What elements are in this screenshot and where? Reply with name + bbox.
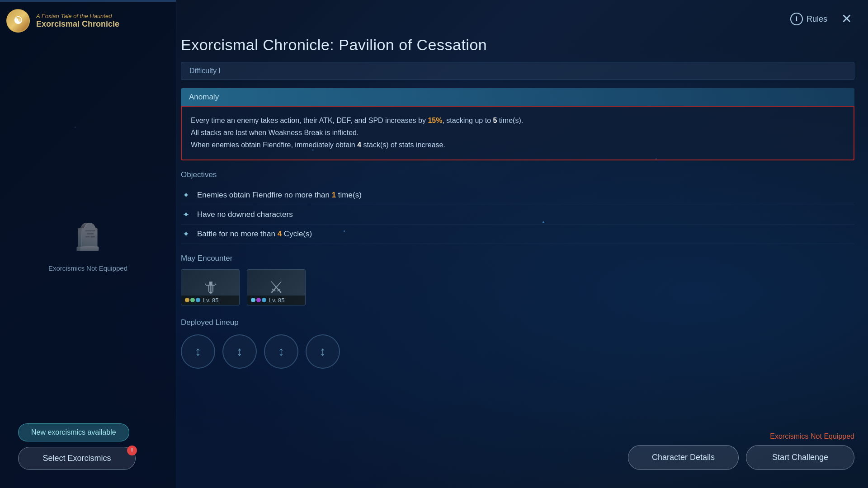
sidebar-top-border bbox=[0, 0, 176, 2]
lineup-slots: ↕ ↕ ↕ ↕ bbox=[181, 334, 854, 369]
enemy-card-1[interactable]: 🗡 Lv. 85 bbox=[181, 269, 240, 305]
difficulty-bar: Difficulty I bbox=[181, 62, 854, 80]
game-title-group: A Foxian Tale of the Haunted Exorcismal … bbox=[36, 13, 119, 29]
encounter-cards: 🗡 Lv. 85 ⚔ Lv. bbox=[181, 269, 854, 305]
anomaly-line1: Every time an enemy takes action, their … bbox=[191, 114, 844, 127]
enemy-silhouette-1: 🗡 bbox=[202, 278, 218, 297]
close-button[interactable]: ✕ bbox=[838, 11, 854, 27]
anomaly-line3-prefix: When enemies obtain Fiendfire, immediate… bbox=[191, 141, 357, 149]
top-right-controls: i Rules ✕ bbox=[790, 11, 854, 27]
enemy-card-1-footer: Lv. 85 bbox=[181, 296, 239, 305]
start-challenge-button[interactable]: Start Challenge bbox=[746, 445, 854, 470]
obj1-suffix: time(s) bbox=[336, 191, 362, 199]
anomaly-body: Every time an enemy takes action, their … bbox=[181, 106, 854, 160]
lineup-slot-icon-4: ↕ bbox=[320, 344, 326, 359]
placeholder-person-icon: 🪦 bbox=[72, 222, 104, 252]
lineup-slot-4[interactable]: ↕ bbox=[306, 334, 340, 369]
lineup-slot-3[interactable]: ↕ bbox=[264, 334, 298, 369]
objective-icon-2: ✦ bbox=[181, 210, 191, 220]
elem-dot-fire bbox=[185, 298, 189, 302]
anomaly-line3-suffix: stack(s) of stats increase. bbox=[361, 141, 445, 149]
encounter-title: May Encounter bbox=[181, 254, 854, 263]
anomaly-header: Anomaly bbox=[181, 88, 854, 106]
bottom-left: New exorcismics available Select Exorcis… bbox=[18, 423, 136, 470]
obj1-prefix: Enemies obtain Fiendfire no more than bbox=[197, 191, 332, 199]
sidebar: 🪦 Exorcismics Not Equipped bbox=[0, 0, 176, 488]
obj3-suffix: Cycle(s) bbox=[282, 230, 312, 238]
lineup-slot-icon-1: ↕ bbox=[195, 344, 201, 359]
game-subtitle: A Foxian Tale of the Haunted bbox=[36, 13, 119, 19]
anomaly-line1-mid: , stacking up to bbox=[442, 117, 493, 124]
lineup-slot-2[interactable]: ↕ bbox=[222, 334, 257, 369]
lineup-slot-icon-3: ↕ bbox=[278, 344, 284, 359]
obj2-text: Have no downed characters bbox=[197, 210, 293, 219]
exorcismics-warning: Exorcismics Not Equipped bbox=[770, 432, 854, 441]
objectives-title: Objectives bbox=[181, 170, 854, 179]
objective-item-1: ✦ Enemies obtain Fiendfire no more than … bbox=[181, 186, 854, 205]
anomaly-line3: When enemies obtain Fiendfire, immediate… bbox=[191, 139, 844, 151]
elem-dot-ice2 bbox=[262, 298, 266, 302]
notification-badge: ! bbox=[127, 446, 137, 455]
obj3-text: Battle for no more than 4 Cycle(s) bbox=[197, 230, 312, 239]
anomaly-line1-suffix: time(s). bbox=[497, 117, 523, 124]
page-title: Exorcismal Chronicle: Pavilion of Cessat… bbox=[181, 36, 854, 54]
rules-icon: i bbox=[790, 13, 803, 25]
enemy-2-elements bbox=[251, 298, 266, 302]
anomaly-num4: 4 bbox=[357, 141, 361, 149]
anomaly-line1-prefix: Every time an enemy takes action, their … bbox=[191, 117, 428, 124]
enemy-card-2[interactable]: ⚔ Lv. 85 bbox=[247, 269, 306, 305]
rules-button[interactable]: i Rules bbox=[790, 13, 827, 25]
main-content: Exorcismal Chronicle: Pavilion of Cessat… bbox=[181, 36, 854, 479]
top-header: ☯ A Foxian Tale of the Haunted Exorcisma… bbox=[6, 9, 119, 33]
obj3-prefix: Battle for no more than bbox=[197, 230, 278, 238]
enemy-1-level: Lv. 85 bbox=[203, 297, 218, 304]
game-title: Exorcismal Chronicle bbox=[36, 19, 119, 29]
enemy-card-2-footer: Lv. 85 bbox=[247, 296, 305, 305]
enemy-silhouette-2: ⚔ bbox=[269, 278, 283, 297]
select-exorcismics-label: Select Exorcismics bbox=[42, 454, 111, 463]
exorcismics-area: 🪦 Exorcismics Not Equipped bbox=[48, 216, 127, 272]
sidebar-label: Exorcismics Not Equipped bbox=[48, 264, 127, 272]
enemy-1-elements bbox=[185, 298, 200, 302]
bottom-buttons: Character Details Start Challenge bbox=[628, 445, 854, 470]
objective-icon-3: ✦ bbox=[181, 229, 191, 239]
obj1-text: Enemies obtain Fiendfire no more than 1 … bbox=[197, 191, 362, 200]
lineup-slot-1[interactable]: ↕ bbox=[181, 334, 215, 369]
elem-dot-quantum bbox=[256, 298, 261, 302]
obj1-highlight: 1 bbox=[332, 191, 336, 199]
objective-icon-1: ✦ bbox=[181, 190, 191, 200]
difficulty-label: Difficulty I bbox=[189, 67, 221, 75]
bottom-right: Exorcismics Not Equipped Character Detai… bbox=[628, 432, 854, 470]
select-exorcismics-button[interactable]: Select Exorcismics ! bbox=[18, 447, 136, 470]
exorcismics-icon: 🪦 bbox=[70, 216, 106, 257]
objective-item-3: ✦ Battle for no more than 4 Cycle(s) bbox=[181, 225, 854, 244]
game-logo: ☯ bbox=[6, 9, 30, 33]
elem-dot-ice bbox=[196, 298, 200, 302]
new-exorcismics-button[interactable]: New exorcismics available bbox=[18, 423, 129, 441]
lineup-slot-icon-2: ↕ bbox=[236, 344, 243, 359]
character-details-button[interactable]: Character Details bbox=[628, 445, 739, 470]
objective-item-2: ✦ Have no downed characters bbox=[181, 205, 854, 225]
elem-dot-lightning bbox=[251, 298, 255, 302]
lineup-title: Deployed Lineup bbox=[181, 318, 854, 327]
rules-label: Rules bbox=[807, 14, 827, 24]
obj3-highlight: 4 bbox=[278, 230, 282, 238]
elem-dot-wind bbox=[190, 298, 195, 302]
anomaly-percent: 15% bbox=[428, 117, 442, 124]
anomaly-line2: All stacks are lost when Weakness Break … bbox=[191, 127, 844, 139]
enemy-2-level: Lv. 85 bbox=[269, 297, 284, 304]
